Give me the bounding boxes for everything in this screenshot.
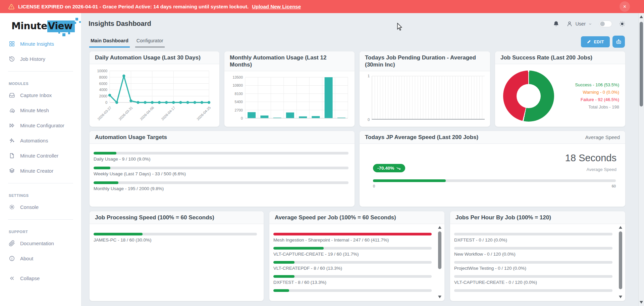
- sidebar-item-label: Minute Mesh: [20, 107, 49, 114]
- page-title: Insights Dashboard: [89, 20, 151, 28]
- grid-icon: [9, 41, 15, 47]
- progress-track: [454, 247, 612, 250]
- progress-track: [273, 261, 432, 264]
- progress-row: VLT-CAPTURE-CREATE - 19 / 60 (31.7%): [273, 247, 432, 257]
- fast-forward-icon: [9, 122, 15, 129]
- sidebar-item-minute-creator[interactable]: Minute Creator: [0, 163, 81, 178]
- svg-text:2000: 2000: [99, 94, 107, 98]
- sidebar-divider: [8, 183, 73, 183]
- progress-label: VLT-CREATEPDF - 8 / 60 (13.3%): [273, 266, 432, 271]
- sidebar-item-label: About: [20, 255, 33, 262]
- chevrons-left-icon: [9, 275, 15, 281]
- upload-license-link[interactable]: Upload New License: [252, 4, 301, 9]
- progress-fill: [94, 152, 116, 155]
- svg-text:4000: 4000: [99, 88, 107, 92]
- progress-track: [273, 289, 432, 292]
- progress-label: Mesh Ingestion - Sharepoint - Internal -…: [273, 237, 432, 243]
- sidebar-item-documentation[interactable]: Documentation: [0, 236, 81, 251]
- scroll-up-arrow[interactable]: [619, 226, 622, 229]
- progress-track: [273, 233, 432, 235]
- legend-item: Total Jobs - 198: [575, 104, 619, 110]
- app-logo: MinuteView: [11, 20, 75, 32]
- pending-duration-chart: 1 0: [360, 71, 490, 127]
- sidebar-item-minute-configurator[interactable]: Minute Configurator: [0, 118, 81, 133]
- sidebar-item-minute-mesh[interactable]: Minute Mesh: [0, 103, 81, 118]
- sidebar-item-console[interactable]: Console: [0, 200, 81, 215]
- progress-track: [454, 233, 612, 235]
- user-menu[interactable]: User: [566, 20, 592, 27]
- sidebar-item-about[interactable]: About: [0, 251, 81, 266]
- svg-text:2026-04-17: 2026-04-17: [160, 105, 176, 121]
- progress-row: [454, 289, 612, 292]
- card-job-processing-speed: Job Processing Speed (100% = 60 Seconds)…: [89, 211, 264, 301]
- banner-close-button[interactable]: ×: [620, 1, 630, 12]
- progress-fill: [94, 167, 110, 169]
- progress-track: [94, 167, 348, 169]
- progress-track: [94, 152, 348, 155]
- edit-button[interactable]: EDIT: [581, 36, 610, 47]
- scroll-up-arrow[interactable]: [640, 15, 643, 18]
- card-title: Todays JP Average Speed (Last 200 Jobs): [365, 134, 478, 141]
- mouse-cursor: [397, 23, 404, 31]
- sidebar-item-minute-controller[interactable]: Minute Controller: [0, 148, 81, 163]
- card-title: Automation Usage Targets: [95, 134, 167, 141]
- collapse-button[interactable]: Collapse: [0, 271, 81, 286]
- card-automation-usage-targets: Automation Usage Targets Daily Usage - 9…: [89, 131, 355, 207]
- svg-text:2700: 2700: [235, 108, 243, 112]
- theme-toggle[interactable]: [599, 20, 612, 27]
- sidebar-item-minute-insights[interactable]: Minute Insights: [0, 36, 81, 51]
- scroll-down-arrow[interactable]: [619, 296, 622, 298]
- card-title: Job Success Rate (Last 200 Jobs): [500, 54, 592, 61]
- inbox-icon: [9, 92, 15, 98]
- card-scrollbar[interactable]: [437, 226, 442, 298]
- tab-configurator[interactable]: Configurator: [135, 38, 165, 48]
- notifications-button[interactable]: [553, 20, 559, 27]
- collapse-label: Collapse: [20, 275, 40, 282]
- svg-text:13500: 13500: [232, 75, 243, 79]
- chevron-down-icon: [588, 22, 592, 26]
- usage-targets-list: Daily Usage - 9 / 100 (9.0%)Weekly Usage…: [90, 144, 355, 191]
- progress-row: Daily Usage - 9 / 100 (9.0%): [94, 152, 348, 162]
- progress-row: New Workflow - 0 / 120 (0.0%): [454, 247, 612, 257]
- progress-row: Mesh Ingestion - Sharepoint - Internal -…: [273, 233, 432, 243]
- tab-main-dashboard[interactable]: Main Dashboard: [89, 38, 130, 48]
- scrollbar-thumb[interactable]: [640, 22, 643, 106]
- card-daily-automation-usage: Daily Automation Usage (Last 30 Days) 10…: [89, 51, 220, 127]
- sidebar-item-capture-inbox[interactable]: Capture Inbox: [0, 88, 81, 103]
- page-scrollbar[interactable]: [638, 13, 644, 306]
- brightness-icon[interactable]: [619, 20, 626, 27]
- banner-text: LICENSE EXPIRED on 2026-04-01 - Grace Pe…: [18, 4, 249, 9]
- sidebar-section-support: SUPPORT: [0, 224, 81, 236]
- pencil-icon: [587, 40, 591, 44]
- card-average-speed-per-job: Average Speed per Job (100% = 60 Seconds…: [269, 211, 445, 301]
- svg-text:10800: 10800: [232, 83, 243, 87]
- scroll-down-arrow[interactable]: [640, 301, 643, 304]
- progress-row: JAMES-PC - 18 / 60 (30.0%): [94, 233, 257, 243]
- svg-text:8100: 8100: [235, 92, 243, 96]
- progress-row: [273, 289, 432, 292]
- ai-assistant-button[interactable]: [612, 36, 625, 48]
- progress-row: Weekly Usage (Last 7 Days) - 33 / 500 (6…: [94, 167, 348, 176]
- progress-label: DXFTEST - 0 / 120 (0.0%): [454, 237, 612, 243]
- svg-text:6000: 6000: [99, 82, 107, 86]
- progress-fill: [94, 181, 118, 184]
- processing-speed-list: JAMES-PC - 18 / 60 (30.0%): [90, 224, 264, 243]
- card-scrollbar[interactable]: [618, 226, 623, 298]
- progress-fill: [273, 289, 289, 292]
- progress-label: JAMES-PC - 18 / 60 (30.0%): [94, 237, 257, 243]
- cloud-search-icon: [9, 107, 15, 114]
- scroll-up-arrow[interactable]: [438, 226, 441, 229]
- scrollbar-thumb[interactable]: [438, 231, 441, 269]
- sidebar-item-label: Minute Configurator: [20, 122, 64, 129]
- scroll-down-arrow[interactable]: [438, 296, 441, 298]
- card-jobs-per-hour: Jobs Per Hour By Job (100% = 120) DXFTES…: [450, 211, 626, 301]
- y-tick-label: 1: [364, 74, 370, 78]
- legend-item: Failure - 92 (46.5%): [575, 97, 619, 102]
- sidebar-item-automations[interactable]: Automations: [0, 133, 81, 148]
- svg-text:2026-03-27: 2026-03-27: [97, 105, 112, 121]
- progress-label: Weekly Usage (Last 7 Days) - 33 / 500 (6…: [94, 171, 348, 176]
- progress-fill: [273, 233, 432, 235]
- scrollbar-thumb[interactable]: [619, 231, 622, 289]
- progress-row: VLT-CREATEPDF - 8 / 60 (13.3%): [273, 261, 432, 271]
- sidebar-item-job-history[interactable]: Job History: [0, 51, 81, 67]
